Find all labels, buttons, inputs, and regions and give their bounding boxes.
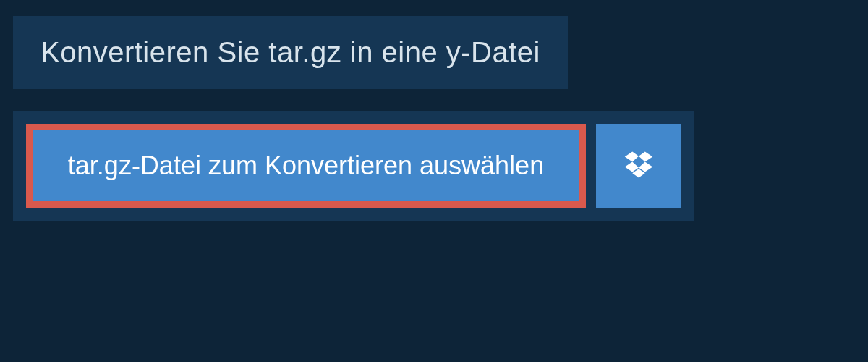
select-file-label: tar.gz-Datei zum Konvertieren auswählen — [68, 151, 544, 181]
upload-panel: tar.gz-Datei zum Konvertieren auswählen — [13, 111, 694, 221]
converter-container: Konvertieren Sie tar.gz in eine y-Datei … — [0, 0, 868, 221]
page-title: Konvertieren Sie tar.gz in eine y-Datei — [41, 36, 540, 69]
select-file-button[interactable]: tar.gz-Datei zum Konvertieren auswählen — [26, 124, 586, 208]
heading-box: Konvertieren Sie tar.gz in eine y-Datei — [13, 16, 568, 89]
dropbox-icon — [624, 149, 654, 182]
dropbox-button[interactable] — [596, 124, 681, 208]
